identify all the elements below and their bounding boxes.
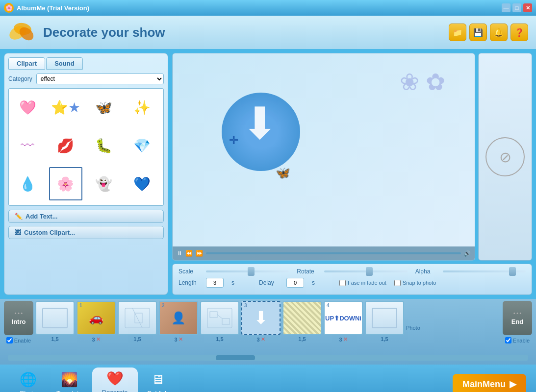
end-dots: • • •	[513, 311, 521, 316]
timeline-item-3: 3 ⬇ 3 ✕	[241, 301, 281, 355]
blank2-bottom: 1,5	[381, 336, 388, 342]
nav-template[interactable]: 🌄 Template	[47, 368, 92, 392]
maximize-button[interactable]: □	[512, 3, 521, 12]
snap-checkbox[interactable]	[394, 280, 401, 286]
photo3-delete[interactable]: ✕	[261, 336, 265, 343]
category-label: Category	[8, 75, 32, 82]
clipart-butterfly[interactable]: 🦋	[87, 91, 121, 124]
photo1-num: 1	[79, 303, 82, 308]
clipart-heart[interactable]: 🩷	[11, 91, 44, 124]
length-row: Length 3 s Delay 0 s Fase in fade out Sn…	[179, 278, 526, 288]
bell-button[interactable]: 🔔	[490, 24, 508, 41]
blank1-thumb[interactable]	[35, 301, 75, 335]
timeline-item-blank2: 1,5	[365, 301, 404, 355]
photo4-delete[interactable]: ✕	[343, 336, 348, 343]
blank2-thumb[interactable]	[365, 301, 404, 335]
deco-cursor[interactable]: ✛	[229, 134, 238, 147]
forward-button[interactable]: ⏩	[196, 250, 203, 257]
snap-check[interactable]: Snap to photo	[394, 280, 436, 286]
folder-button[interactable]: 📁	[449, 24, 466, 41]
main-area: Clipart Sound Category effect nature hol…	[0, 49, 536, 299]
clipart-heart-blue[interactable]: 💙	[125, 167, 158, 200]
tab-sound[interactable]: Sound	[46, 57, 82, 70]
end-button[interactable]: • • • End	[503, 301, 532, 335]
scale-thumb[interactable]	[248, 267, 255, 276]
photo3-thumb[interactable]: 3 ⬇	[241, 301, 281, 335]
delay-label: Delay	[259, 279, 279, 286]
trans2-thumb[interactable]	[200, 301, 239, 335]
clipart-swirl[interactable]: 〰	[11, 129, 44, 162]
intro-dots: • • •	[15, 311, 23, 316]
deco-butterfly: 🦋	[276, 166, 290, 180]
timeline-scrollbar[interactable]	[8, 355, 528, 361]
photo2-bottom: 3 ✕	[174, 336, 182, 343]
clipart-bug[interactable]: 🐛	[87, 129, 121, 162]
intro-button[interactable]: • • • Intro	[4, 301, 33, 335]
alpha-thumb[interactable]	[509, 267, 516, 276]
photo1-delete[interactable]: ✕	[96, 336, 101, 343]
alpha-slider[interactable]	[443, 270, 526, 272]
clipart-ghost[interactable]: 👻	[87, 167, 121, 200]
tab-clipart[interactable]: Clipart	[8, 57, 45, 70]
intro-checkbox[interactable]	[6, 337, 13, 343]
clipart-grid: 🩷 ⭐★ 🦋 ✨ 〰 💋 🐛 💎 💧 🌸 👻 💙	[8, 88, 164, 206]
minimize-button[interactable]: —	[502, 3, 510, 12]
clipart-flowers[interactable]: 🌸	[49, 167, 82, 200]
rewind-button[interactable]: ⏪	[185, 250, 193, 257]
image-icon: 🖼	[15, 229, 21, 236]
photo4-thumb[interactable]: 4 UP⬆DOWNi	[324, 301, 363, 335]
photo1-bottom: 3 ✕	[92, 336, 100, 343]
photo2-time: 3	[174, 337, 177, 343]
end-enable[interactable]: Enable	[505, 337, 530, 343]
progress-bar[interactable]	[206, 252, 461, 254]
fade-check[interactable]: Fase in fade out	[339, 280, 386, 286]
help-button[interactable]: ❓	[510, 24, 528, 41]
fade-checkbox[interactable]	[339, 280, 346, 286]
custom-clipart-button[interactable]: 🖼 Custom Clipart...	[8, 226, 164, 239]
clipart-lips[interactable]: 💋	[49, 129, 82, 162]
end-checkbox[interactable]	[505, 337, 511, 343]
clipart-crystals[interactable]: 💎	[125, 129, 158, 162]
save-button[interactable]: 💾	[469, 24, 487, 41]
photo1-thumb[interactable]: 1 🚗	[77, 301, 116, 335]
rotate-thumb[interactable]	[366, 267, 373, 276]
trans1-thumb[interactable]	[118, 301, 157, 335]
delay-input[interactable]: 0	[286, 278, 304, 288]
svg-rect-7	[207, 308, 232, 328]
template-nav-icon: 🌄	[61, 371, 78, 388]
svg-line-5	[132, 308, 142, 328]
scale-slider[interactable]	[206, 270, 289, 272]
add-text-button[interactable]: ✏️ Add Text...	[8, 210, 164, 223]
main-menu-button[interactable]: MainMenu ▶	[453, 374, 526, 392]
clipart-drop[interactable]: 💧	[11, 167, 44, 200]
pause-button[interactable]: ⏸	[177, 250, 182, 257]
close-button[interactable]: ✕	[523, 3, 532, 12]
header-buttons: 📁 💾 🔔 ❓	[449, 24, 528, 41]
nav-publish[interactable]: 🖥 Publish	[138, 368, 179, 392]
intro-enable[interactable]: Enable	[6, 337, 31, 343]
trans2-bottom: 1,5	[216, 336, 223, 342]
header: Decorate your show 📁 💾 🔔 ❓	[0, 16, 536, 49]
nav-decorate[interactable]: ❤️ Decorate	[92, 368, 138, 392]
svg-rect-6	[135, 313, 142, 323]
clipart-stars[interactable]: ⭐★	[49, 91, 82, 124]
volume-icon: 🔊	[464, 250, 471, 257]
timeline-scrollbar-thumb[interactable]	[216, 355, 255, 360]
rotate-slider[interactable]	[324, 270, 407, 272]
timeline-item-trans3: 1,5	[282, 301, 322, 355]
photo2-thumb[interactable]: 2 👤	[159, 301, 198, 335]
photo2-delete[interactable]: ✕	[179, 336, 183, 343]
length-input[interactable]: 3	[206, 278, 224, 288]
nav-photo[interactable]: 🌐 Photo	[10, 368, 47, 392]
blank2-time: 1,5	[381, 336, 388, 342]
trans3-thumb[interactable]	[282, 301, 322, 335]
intro-label: Intro	[12, 318, 26, 325]
category-select[interactable]: effect nature holiday misc	[36, 74, 164, 84]
timeline-item-trans2: 1,5	[200, 301, 239, 355]
nav-items: 🌐 Photo 🌄 Template ❤️ Decorate 🖥 Publish	[10, 368, 178, 392]
main-menu-label: MainMenu	[462, 379, 506, 390]
app-icon: 🌸	[4, 3, 14, 13]
svg-rect-11	[372, 308, 397, 328]
canvas-content: ⬇ ❀ ✿ ✛ 🦋	[173, 53, 475, 260]
clipart-sparkle[interactable]: ✨	[125, 91, 158, 124]
